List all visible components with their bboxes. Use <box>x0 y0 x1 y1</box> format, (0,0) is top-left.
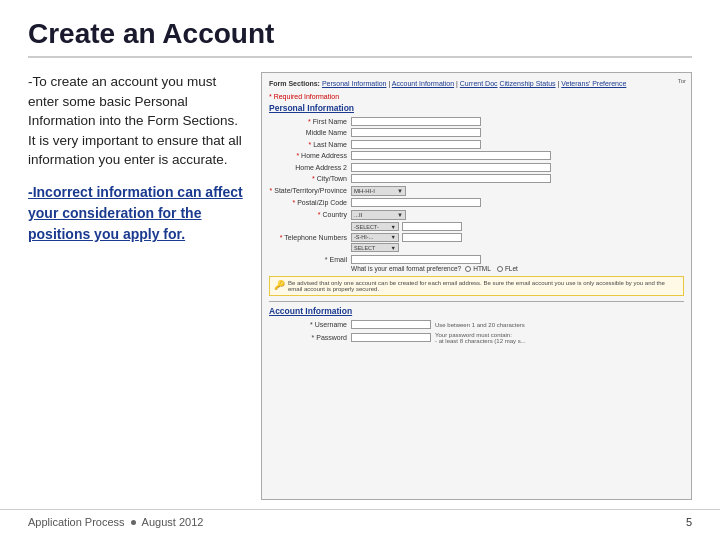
radio-circle-flet <box>497 266 503 272</box>
notice-box: 🔑 Be advised that only one account can b… <box>269 276 684 296</box>
input-password[interactable] <box>351 333 431 342</box>
input-address[interactable] <box>351 151 551 160</box>
telephone-group: -SELECT- ▼ -S-HI-... ▼ <box>351 222 462 252</box>
radio-flet-label: FLet <box>505 265 518 272</box>
tel-input-1[interactable] <box>402 222 462 231</box>
left-panel: -To create an account you must enter som… <box>28 72 243 500</box>
email-format-row: What is your email format preference? HT… <box>351 265 684 272</box>
footer-bullet <box>131 520 136 525</box>
select-country[interactable]: ...II ▼ <box>351 210 406 220</box>
form-row-address: * Home Address <box>269 151 684 160</box>
intro-text: -To create an account you must enter som… <box>28 72 243 170</box>
input-postal[interactable] <box>351 198 481 207</box>
hint-password: Your password must contain:- at least 8 … <box>435 332 526 344</box>
section-link-account[interactable]: Account Information <box>392 80 454 87</box>
chevron-down-icon-country: ▼ <box>397 212 403 218</box>
chevron-down-icon: ▼ <box>397 188 403 194</box>
account-row-password: * Password Your password must contain:- … <box>269 332 684 344</box>
form-row-state: * State/Territory/Province MH-HI-I ▼ <box>269 186 684 196</box>
footer: Application Process August 2012 5 <box>0 509 720 528</box>
account-info-header: Account Information <box>269 306 684 316</box>
tel-select-1[interactable]: -SELECT- ▼ <box>351 222 399 231</box>
slide-container: Create an Account -To create an account … <box>0 0 720 540</box>
account-row-username: * Username Use between 1 and 20 characte… <box>269 320 684 329</box>
form-row-middlename: Middle Name <box>269 128 684 137</box>
tel-row-2: -S-HI-... ▼ <box>351 233 462 242</box>
label-address2: Home Address 2 <box>269 164 347 171</box>
tel-select-1-value: -SELECT- <box>354 224 379 230</box>
form-row-country: * Country ...II ▼ <box>269 210 684 220</box>
form-row-email: * Email <box>269 255 684 264</box>
page-title: Create an Account <box>28 18 692 58</box>
label-address: * Home Address <box>269 152 347 159</box>
form-row-city: * City/Town <box>269 174 684 183</box>
required-info: Required Information <box>269 93 684 100</box>
footer-page-number: 5 <box>686 516 692 528</box>
label-username: * Username <box>269 321 347 328</box>
section-link-citizenship[interactable]: Citizenship Status <box>500 80 556 87</box>
personal-info-header: Personal Information <box>269 103 684 113</box>
tel-select-3-value: SELECT <box>354 245 375 251</box>
key-icon: 🔑 <box>274 280 285 290</box>
form-row-address2: Home Address 2 <box>269 163 684 172</box>
tel-select-2-value: -S-HI-... <box>354 234 373 240</box>
state-value: MH-HI-I <box>354 188 375 194</box>
label-country: * Country <box>269 211 347 218</box>
radio-html-label: HTML <box>473 265 491 272</box>
top-right-badge: Tor <box>678 78 686 84</box>
input-firstname[interactable] <box>351 117 481 126</box>
section-link-current[interactable]: Current Doc <box>460 80 498 87</box>
email-format-question: What is your email format preference? <box>351 265 461 272</box>
label-password: * Password <box>269 334 347 341</box>
label-middlename: Middle Name <box>269 129 347 136</box>
label-postal: * Postal/Zip Code <box>269 199 347 206</box>
form-sections-label: Form Sections: <box>269 80 320 87</box>
form-row-postal: * Postal/Zip Code <box>269 198 684 207</box>
form-row-telephone: * Telephone Numbers -SELECT- ▼ -S-HI-...… <box>269 222 684 252</box>
form-row-firstname: * First Name <box>269 117 684 126</box>
section-link-personal[interactable]: Personal Information <box>322 80 387 87</box>
footer-left: Application Process August 2012 <box>28 516 203 528</box>
tel-row-1: -SELECT- ▼ <box>351 222 462 231</box>
chevron-down-icon-tel2: ▼ <box>391 234 396 240</box>
form-sections-bar: Form Sections: Personal Information | Ac… <box>269 79 684 89</box>
input-email[interactable] <box>351 255 481 264</box>
footer-app-process: Application Process <box>28 516 125 528</box>
content-area: -To create an account you must enter som… <box>28 72 692 500</box>
input-middlename[interactable] <box>351 128 481 137</box>
label-state: * State/Territory/Province <box>269 187 347 194</box>
hint-username: Use between 1 and 20 characters <box>435 322 525 328</box>
footer-date: August 2012 <box>142 516 204 528</box>
input-lastname[interactable] <box>351 140 481 149</box>
tel-row-3: SELECT ▼ <box>351 243 462 252</box>
form-panel: Tor Form Sections: Personal Information … <box>261 72 692 500</box>
input-city[interactable] <box>351 174 551 183</box>
label-email: * Email <box>269 256 347 263</box>
chevron-down-icon-tel1: ▼ <box>391 224 396 230</box>
email-format-radio-group: HTML FLet <box>465 265 518 272</box>
radio-circle-html <box>465 266 471 272</box>
select-state[interactable]: MH-HI-I ▼ <box>351 186 406 196</box>
warning-text: -Incorrect information can affect your c… <box>28 182 243 245</box>
tel-select-3[interactable]: SELECT ▼ <box>351 243 399 252</box>
form-row-lastname: * Last Name <box>269 140 684 149</box>
label-city: * City/Town <box>269 175 347 182</box>
label-firstname: * First Name <box>269 118 347 125</box>
notice-text: Be advised that only one account can be … <box>288 280 679 292</box>
label-lastname: * Last Name <box>269 141 347 148</box>
chevron-down-icon-tel3: ▼ <box>391 245 396 251</box>
radio-html[interactable]: HTML <box>465 265 491 272</box>
account-info-section: Account Information * Username Use betwe… <box>269 301 684 344</box>
section-link-veterans[interactable]: Veterans' Preference <box>561 80 626 87</box>
country-value: ...II <box>354 212 362 218</box>
tel-select-2[interactable]: -S-HI-... ▼ <box>351 233 399 242</box>
label-telephone: * Telephone Numbers <box>269 234 347 241</box>
input-address2[interactable] <box>351 163 551 172</box>
input-username[interactable] <box>351 320 431 329</box>
radio-flet[interactable]: FLet <box>497 265 518 272</box>
tel-input-2[interactable] <box>402 233 462 242</box>
